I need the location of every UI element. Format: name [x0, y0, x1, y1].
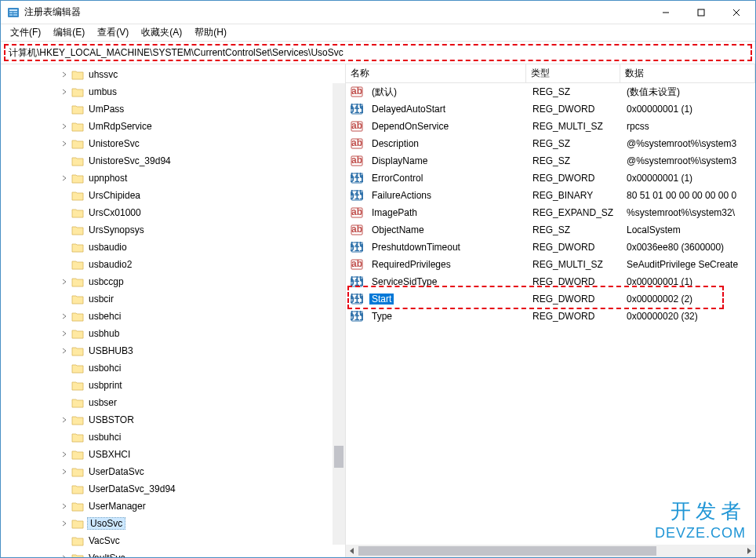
chevron-right-icon[interactable]	[59, 553, 70, 557]
registry-value-row[interactable]: abRequiredPrivilegesREG_MULTI_SZSeAuditP…	[346, 256, 755, 273]
tree-item[interactable]: UrsSynopsys	[1, 221, 345, 239]
chevron-right-icon[interactable]	[59, 345, 70, 356]
menu-help[interactable]: 帮助(H)	[188, 24, 233, 41]
tree-scrollbar-vertical[interactable]	[333, 83, 345, 545]
registry-value-row[interactable]: 110011StartREG_DWORD0x00000002 (2)	[346, 290, 755, 308]
chevron-right-icon[interactable]	[59, 466, 70, 477]
scroll-left-icon[interactable]	[346, 545, 358, 557]
registry-value-row[interactable]: 110011TypeREG_DWORD0x00000020 (32)	[346, 308, 755, 325]
chevron-right-icon[interactable]	[59, 276, 70, 287]
registry-value-row[interactable]: abDependOnServiceREG_MULTI_SZrpcss	[346, 118, 755, 135]
registry-value-row[interactable]: abObjectNameREG_SZLocalSystem	[346, 221, 755, 239]
tree-expander-none	[59, 483, 70, 494]
chevron-right-icon[interactable]	[59, 138, 70, 149]
folder-icon	[71, 501, 84, 512]
menu-edit[interactable]: 编辑(E)	[47, 24, 91, 41]
tree-item[interactable]: usbprint	[1, 377, 345, 394]
tree-item[interactable]: UserDataSvc	[1, 463, 345, 480]
tree-pane[interactable]: uhssvcumbusUmPassUmRdpServiceUnistoreSvc…	[1, 64, 346, 557]
tree-item[interactable]: UsoSvc	[1, 515, 345, 532]
tree-item[interactable]: usbehci	[1, 308, 345, 325]
chevron-right-icon[interactable]	[59, 518, 70, 529]
tree-item-label: umbus	[87, 86, 118, 97]
tree-item[interactable]: usbccgp	[1, 273, 345, 290]
list-pane[interactable]: 名称 类型 数据 ab(默认)REG_SZ(数值未设置)110011Delaye…	[346, 64, 755, 557]
svg-marker-45	[350, 548, 354, 554]
chevron-right-icon[interactable]	[59, 173, 70, 184]
chevron-right-icon[interactable]	[59, 328, 70, 339]
tree-item[interactable]: usbser	[1, 394, 345, 411]
menu-favorites[interactable]: 收藏夹(A)	[135, 24, 188, 41]
tree-item[interactable]: UmPass	[1, 100, 345, 118]
tree-item[interactable]: VaultSvc	[1, 549, 345, 557]
address-path: 计算机\HKEY_LOCAL_MACHINE\SYSTEM\CurrentCon…	[9, 46, 343, 60]
registry-value-row[interactable]: 110011PreshutdownTimeoutREG_DWORD0x0036e…	[346, 239, 755, 256]
menu-view[interactable]: 查看(V)	[91, 24, 135, 41]
maximize-button[interactable]	[683, 2, 718, 24]
list-scrollbar-thumb[interactable]	[358, 546, 656, 556]
scroll-right-icon[interactable]	[743, 545, 755, 557]
tree-item[interactable]: usbaudio2	[1, 256, 345, 273]
tree-item[interactable]: USBHUB3	[1, 342, 345, 359]
tree-item[interactable]: UnistoreSvc	[1, 135, 345, 152]
tree-item[interactable]: umbus	[1, 83, 345, 100]
tree-item-label: usbprint	[87, 380, 124, 391]
tree-scrollbar-thumb[interactable]	[334, 446, 343, 468]
tree-item-label: usbcir	[87, 294, 115, 305]
column-header-data[interactable]: 数据	[620, 64, 755, 82]
column-header-name[interactable]: 名称	[346, 64, 526, 82]
chevron-right-icon[interactable]	[59, 311, 70, 322]
tree-item[interactable]: uhssvc	[1, 66, 345, 83]
tree-item-label: VaultSvc	[87, 553, 126, 557]
tree-item-label: uhssvc	[87, 69, 119, 80]
registry-value-row[interactable]: ab(默认)REG_SZ(数值未设置)	[346, 83, 755, 100]
address-bar[interactable]: 计算机\HKEY_LOCAL_MACHINE\SYSTEM\CurrentCon…	[4, 44, 752, 61]
chevron-right-icon[interactable]	[59, 69, 70, 80]
tree-item[interactable]: UserManager	[1, 498, 345, 515]
tree-expander-none	[59, 242, 70, 253]
tree-item[interactable]: UserDataSvc_39d94	[1, 480, 345, 498]
chevron-right-icon[interactable]	[59, 414, 70, 425]
registry-value-row[interactable]: 110011FailureActionsREG_BINARY80 51 01 0…	[346, 187, 755, 204]
value-data-cell: LocalSystem	[622, 224, 755, 235]
tree-item[interactable]: UmRdpService	[1, 118, 345, 135]
registry-value-row[interactable]: 110011ErrorControlREG_DWORD0x00000001 (1…	[346, 170, 755, 187]
value-type-cell: REG_BINARY	[528, 190, 622, 201]
registry-value-row[interactable]: 110011DelayedAutoStartREG_DWORD0x0000000…	[346, 100, 755, 118]
chevron-right-icon[interactable]	[59, 86, 70, 97]
value-type-cell: REG_SZ	[528, 155, 622, 166]
tree-item[interactable]: USBXHCI	[1, 446, 345, 463]
tree-item[interactable]: usbhub	[1, 325, 345, 342]
registry-value-row[interactable]: 110011ServiceSidTypeREG_DWORD0x00000001 …	[346, 273, 755, 290]
tree-item[interactable]: UrsCx01000	[1, 204, 345, 221]
tree-item[interactable]: usbcir	[1, 290, 345, 308]
chevron-right-icon[interactable]	[59, 449, 70, 460]
value-data-cell: 0x0036ee80 (3600000)	[622, 242, 755, 253]
folder-icon	[71, 363, 84, 374]
value-name-cell: PreshutdownTimeout	[365, 242, 528, 253]
svg-rect-3	[13, 12, 17, 13]
tree-item[interactable]: UrsChipidea	[1, 187, 345, 204]
registry-value-row[interactable]: abImagePathREG_EXPAND_SZ%systemroot%\sys…	[346, 204, 755, 221]
tree-item[interactable]: usbaudio	[1, 239, 345, 256]
menu-file[interactable]: 文件(F)	[4, 24, 47, 41]
tree-item[interactable]: UnistoreSvc_39d94	[1, 152, 345, 170]
reg-binary-icon: 110011	[351, 242, 363, 253]
reg-string-icon: ab	[351, 138, 363, 149]
tree-item[interactable]: VacSvc	[1, 532, 345, 549]
folder-icon	[71, 380, 84, 391]
chevron-right-icon[interactable]	[59, 121, 70, 132]
menu-bar: 文件(F) 编辑(E) 查看(V) 收藏夹(A) 帮助(H)	[1, 24, 755, 42]
registry-value-row[interactable]: abDescriptionREG_SZ@%systemroot%\system3	[346, 135, 755, 152]
chevron-right-icon[interactable]	[59, 501, 70, 512]
minimize-button[interactable]	[648, 2, 683, 24]
column-header-type[interactable]: 类型	[526, 64, 620, 82]
tree-item[interactable]: upnphost	[1, 170, 345, 187]
list-scrollbar-horizontal[interactable]	[346, 545, 755, 557]
registry-value-row[interactable]: abDisplayNameREG_SZ@%systemroot%\system3	[346, 152, 755, 170]
tree-item[interactable]: usbohci	[1, 359, 345, 377]
value-name-cell: DependOnService	[365, 121, 528, 132]
tree-item[interactable]: usbuhci	[1, 429, 345, 446]
tree-item[interactable]: USBSTOR	[1, 411, 345, 429]
close-button[interactable]	[718, 2, 754, 24]
